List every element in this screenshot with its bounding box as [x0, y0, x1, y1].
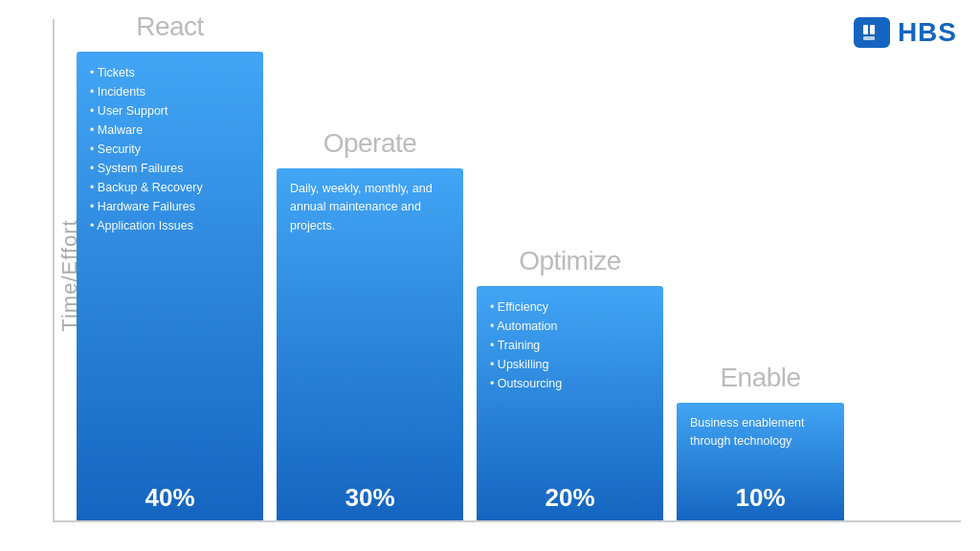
enable-description: Business enablement through technology [690, 414, 835, 452]
bar-optimize-content: Efficiency Automation Training Upskillin… [490, 298, 654, 393]
list-item: Backup & Recovery [90, 178, 254, 197]
react-list: Tickets Incidents User Support Malware S… [90, 63, 254, 235]
bar-enable: Business enablement through technology 1… [677, 403, 844, 520]
operate-percent: 30% [345, 483, 394, 513]
list-item: Tickets [90, 63, 254, 82]
list-item: Outsourcing [490, 374, 654, 393]
list-item: Application Issues [90, 216, 254, 235]
bar-title-react: React [136, 11, 204, 42]
bar-react-content: Tickets Incidents User Support Malware S… [90, 63, 254, 235]
bar-title-optimize: Optimize [519, 246, 620, 276]
list-item: Efficiency [490, 298, 654, 317]
bar-group-optimize: Optimize Efficiency Automation Training … [477, 286, 663, 520]
bar-operate-content: Daily, weekly, monthly, and annual maint… [290, 180, 454, 235]
x-axis-line [53, 520, 961, 522]
react-percent: 40% [145, 483, 194, 513]
bar-optimize: Efficiency Automation Training Upskillin… [477, 286, 663, 520]
bar-enable-content: Business enablement through technology [690, 414, 835, 452]
bar-title-operate: Operate [323, 128, 417, 159]
bar-group-enable: Enable Business enablement through techn… [677, 403, 844, 520]
list-item: Incidents [90, 82, 254, 101]
list-item: System Failures [90, 159, 254, 178]
bar-title-enable: Enable [720, 363, 800, 393]
operate-description: Daily, weekly, monthly, and annual maint… [290, 180, 454, 235]
bars-wrapper: React Tickets Incidents User Support Mal… [67, 19, 961, 520]
optimize-list: Efficiency Automation Training Upskillin… [490, 298, 654, 393]
bar-react: Tickets Incidents User Support Malware S… [77, 52, 263, 520]
bar-group-react: React Tickets Incidents User Support Mal… [77, 52, 263, 520]
list-item: Malware [90, 121, 254, 140]
list-item: Automation [490, 317, 654, 336]
main-container: HBS Time/Effort React Tickets Incidents … [0, 0, 980, 551]
list-item: Upskilling [490, 355, 654, 374]
optimize-percent: 20% [545, 483, 594, 513]
bar-operate: Daily, weekly, monthly, and annual maint… [277, 168, 463, 520]
list-item: User Support [90, 101, 254, 121]
list-item: Security [90, 140, 254, 159]
enable-percent: 10% [735, 483, 785, 513]
list-item: Hardware Failures [90, 197, 254, 216]
list-item: Training [490, 336, 654, 355]
bar-group-operate: Operate Daily, weekly, monthly, and annu… [277, 168, 463, 520]
y-axis-line [53, 19, 55, 522]
